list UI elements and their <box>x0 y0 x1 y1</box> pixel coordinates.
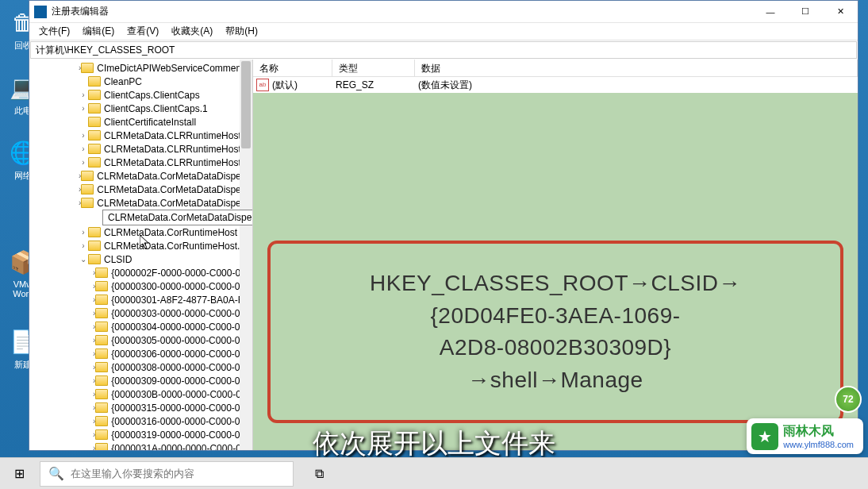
tree-item[interactable]: CleanPC <box>29 75 252 88</box>
folder-icon <box>95 295 108 305</box>
tree-item[interactable]: ›ClientCaps.ClientCaps.1 <box>29 102 252 115</box>
expander-icon[interactable]: › <box>79 104 88 113</box>
search-input[interactable] <box>71 468 285 479</box>
folder-icon <box>95 335 108 345</box>
tree-pane: ›CImeDictAPIWebServiceComment.15CleanPC›… <box>29 60 253 450</box>
tree-item[interactable]: ›{00000303-0000-0000-C000-000000000 <box>29 306 252 320</box>
value-pane: 名称 类型 数据 ab (默认) REG_SZ (数值未设置) HKEY_CLA… <box>253 60 858 450</box>
tree-item-label: CLRMetaData.CorRuntimeHost.2 <box>104 241 245 252</box>
titlebar[interactable]: 注册表编辑器 — ☐ ✕ <box>29 1 858 23</box>
tree-item[interactable]: ›{00000300-0000-0000-C000-000000000 <box>29 279 252 293</box>
tree-item-label: ClientCaps.ClientCaps.1 <box>104 103 208 114</box>
string-icon: ab <box>256 79 269 91</box>
tree-item-label: CLRMetaData.CLRRuntimeHost.2 <box>104 157 249 168</box>
tree-item-label: CLSID <box>104 254 132 265</box>
tree-item[interactable]: ›CLRMetaData.CLRRuntimeHost <box>29 129 252 142</box>
value-type: REG_SZ <box>336 79 418 90</box>
menu-edit[interactable]: 编辑(E) <box>76 22 121 40</box>
tree-item[interactable]: ›ClientCaps.ClientCaps <box>29 88 252 102</box>
menu-favorites[interactable]: 收藏夹(A) <box>165 22 219 40</box>
maximize-button[interactable]: ☐ <box>788 1 823 23</box>
expander-icon[interactable]: › <box>79 144 88 153</box>
tree-item[interactable]: ›CLRMetaData.CorRuntimeHost <box>29 225 252 239</box>
tree-item-label: {00000319-0000-0000-C000-000000000 <box>111 429 253 441</box>
address-bar[interactable]: 计算机\HKEY_CLASSES_ROOT <box>30 41 857 59</box>
tree-item[interactable]: ›{00000305-0000-0000-C000-000000000 <box>29 333 252 347</box>
tree-item[interactable]: ›{0000031A-0000-0000-C000-000000000 <box>29 441 252 450</box>
menu-view[interactable]: 查看(V) <box>121 22 165 40</box>
close-button[interactable]: ✕ <box>823 1 858 23</box>
badge-72[interactable]: 72 <box>835 386 862 413</box>
folder-icon <box>95 375 108 386</box>
tree-item[interactable]: ›CLRMetaData.CorMetaDataDispenser <box>29 169 252 183</box>
tree-item[interactable]: ›{00000319-0000-0000-C000-000000000 <box>29 428 252 441</box>
overlay-text: HKEY_CLASSES_ROOT→CLSID→ {20D04FE0-3AEA-… <box>286 268 824 396</box>
folder-icon <box>81 171 94 181</box>
tree-item[interactable]: ›{00000309-0000-0000-C000-000000000 <box>29 374 252 387</box>
folder-icon <box>95 389 108 399</box>
tree-item[interactable]: ›CLRMetaData.CorMetaDataDispenserRun <box>29 196 252 210</box>
folder-icon <box>95 268 108 278</box>
expander-icon[interactable]: › <box>79 228 88 237</box>
tree-item[interactable]: ClientCertificateInstall <box>29 115 252 129</box>
tree-item-label: {00000305-0000-0000-C000-000000000 <box>111 335 253 346</box>
tree-item[interactable]: ›{0000030B-0000-0000-C000-000000000 <box>29 387 252 401</box>
tree-scrollbar[interactable] <box>240 60 252 450</box>
folder-icon <box>81 184 94 194</box>
window-title: 注册表编辑器 <box>52 5 753 18</box>
tree-item-label: CImeDictAPIWebServiceComment.15 <box>97 63 253 74</box>
tree-item[interactable]: ›{00000301-A8F2-4877-BA0A-FD2B6645 <box>29 293 252 306</box>
expander-icon[interactable]: ⌄ <box>79 255 88 264</box>
search-box[interactable]: 🔍 <box>40 461 294 487</box>
folder-icon <box>95 281 108 291</box>
scrollbar-thumb[interactable] <box>241 61 251 148</box>
expander-icon[interactable]: › <box>79 241 88 250</box>
tree-item[interactable]: ›CLRMetaData.CLRRuntimeHost.2 <box>29 156 252 169</box>
tree-item-label: {00000316-0000-0000-C000-000000000 <box>111 416 253 427</box>
folder-icon <box>95 429 108 440</box>
col-name[interactable]: 名称 <box>253 60 332 76</box>
tree-item[interactable]: ›{00000315-0000-0000-C000-000000000 <box>29 401 252 414</box>
app-icon <box>34 6 47 18</box>
folder-icon <box>88 254 101 264</box>
tree-item-label: {00000304-0000-0000-C000-000000000 <box>111 322 253 333</box>
tree-item-label: {0000002F-0000-0000-C000-000000000 <box>111 268 253 279</box>
menu-help[interactable]: 帮助(H) <box>219 22 264 40</box>
tree-item[interactable]: ›{00000304-0000-0000-C000-000000000 <box>29 320 252 333</box>
tree-item-label: CleanPC <box>104 76 142 87</box>
tree-item-label: CLRMetaData.CorMetaDataDispenser <box>97 171 253 182</box>
tree-item[interactable]: ›{00000308-0000-0000-C000-000000000 <box>29 360 252 374</box>
tree-item-label: CLRMetaData.CorMetaDataDispenser.2 <box>97 184 253 195</box>
folder-icon <box>88 130 101 141</box>
folder-icon <box>88 144 101 154</box>
col-data[interactable]: 数据 <box>415 60 858 76</box>
instruction-overlay: HKEY_CLASSES_ROOT→CLSID→ {20D04FE0-3AEA-… <box>267 241 843 423</box>
folder-icon <box>88 241 101 251</box>
watermark-logo-icon: ★ <box>751 423 778 450</box>
watermark: ★ 雨林木风 www.ylmf888.com <box>747 418 863 454</box>
tree-item[interactable]: ›CImeDictAPIWebServiceComment.15 <box>29 61 252 75</box>
tree-item[interactable]: ›CLRMetaData.CorRuntimeHost.2 <box>29 239 252 252</box>
expander-icon[interactable]: › <box>79 131 88 140</box>
col-type[interactable]: 类型 <box>332 60 415 76</box>
taskbar: ⊞ 🔍 ⧉ <box>0 457 868 489</box>
task-icons: ⧉ <box>301 458 336 490</box>
task-view-button[interactable]: ⧉ <box>301 458 336 490</box>
folder-icon <box>95 416 108 426</box>
folder-icon <box>95 443 108 450</box>
tree-item[interactable]: ›{0000002F-0000-0000-C000-000000000 <box>29 266 252 279</box>
minimize-button[interactable]: — <box>753 1 788 23</box>
tree-item-label: CLRMetaData.CorMetaDataDispenserRun <box>97 198 253 209</box>
expander-icon[interactable]: › <box>79 158 88 167</box>
tree-item[interactable]: ›{00000316-0000-0000-C000-000000000 <box>29 414 252 428</box>
expander-icon[interactable]: › <box>79 90 88 99</box>
folder-icon <box>95 362 108 372</box>
tree-item-label: {00000300-0000-0000-C000-000000000 <box>111 281 253 292</box>
tree-item[interactable]: ⌄CLSID <box>29 252 252 266</box>
value-row[interactable]: ab (默认) REG_SZ (数值未设置) <box>253 77 858 93</box>
tree-item[interactable]: ›CLRMetaData.CorMetaDataDispenser.2 <box>29 183 252 196</box>
tree-item[interactable]: ›{00000306-0000-0000-C000-000000000 <box>29 347 252 360</box>
tree-item[interactable]: ›CLRMetaData.CLRRuntimeHost.1 <box>29 142 252 156</box>
start-button[interactable]: ⊞ <box>0 458 38 490</box>
menu-file[interactable]: 文件(F) <box>33 22 76 40</box>
